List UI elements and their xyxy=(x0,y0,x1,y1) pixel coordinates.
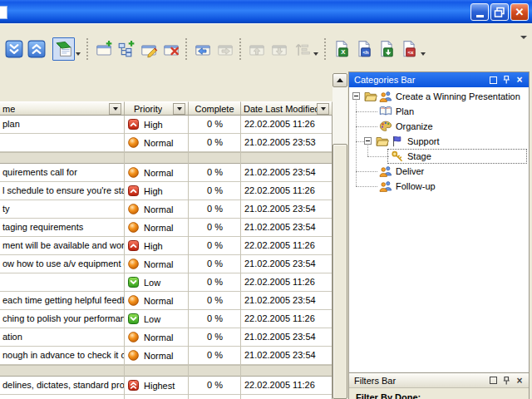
tree-item[interactable]: Support xyxy=(349,134,529,149)
export-html-button[interactable] xyxy=(352,37,375,61)
table-row[interactable]: ation Normal 0 % 21.02.2005 23:54 xyxy=(0,328,332,347)
panel-pin-button[interactable] xyxy=(500,74,512,86)
new-folder-button[interactable] xyxy=(92,37,115,61)
cell-complete: 0 % xyxy=(189,237,241,254)
tree-item[interactable]: Deliver xyxy=(349,164,529,179)
tree-item[interactable]: Stage xyxy=(349,149,529,164)
table-row[interactable]: ching to polish your performanc Low 0 % … xyxy=(0,310,332,328)
move-left-button[interactable] xyxy=(191,37,214,61)
tree-item[interactable]: Create a Winning Presentation xyxy=(349,89,529,104)
tree-item[interactable]: Follow-up xyxy=(349,179,529,194)
table-row[interactable]: l schedule to ensure you're stay High 0 … xyxy=(0,182,332,200)
export-file-button[interactable] xyxy=(375,37,397,61)
grid-header: me Priority Complete Date Last Modified xyxy=(0,101,332,116)
table-row[interactable]: taging requirements Normal 0 % 21.02.200… xyxy=(0,219,332,237)
table-row[interactable]: Low 0 % 22.02.2005 11:26 xyxy=(0,273,332,292)
edit-folder-button[interactable] xyxy=(137,37,160,61)
minimize-button[interactable] xyxy=(470,3,489,21)
cell-complete: 0 % xyxy=(189,347,241,364)
tree-connector xyxy=(356,171,377,172)
modified-filter-button[interactable] xyxy=(317,103,329,115)
panel-pin-button[interactable] xyxy=(500,375,512,387)
name-filter-button[interactable] xyxy=(109,103,121,115)
column-header-modified[interactable]: Date Last Modified xyxy=(241,101,332,116)
scrollbar-thumb[interactable] xyxy=(332,144,347,399)
sort-button[interactable] xyxy=(290,37,313,61)
cell-priority: High xyxy=(125,182,189,200)
categories-bar-caption[interactable]: Categories Bar × xyxy=(349,72,529,87)
column-header-name[interactable]: me xyxy=(0,101,125,116)
table-row[interactable]: each time getting helpful feedb Normal 0… xyxy=(0,292,332,310)
priority-label: Normal xyxy=(144,351,173,361)
export-dropdown[interactable] xyxy=(421,52,426,56)
panel-maximize-button[interactable] xyxy=(487,375,499,387)
cell-complete: 0 % xyxy=(189,273,241,291)
priority-icon xyxy=(128,185,139,196)
tree-connector xyxy=(367,156,389,157)
toolbar-overflow-chevron[interactable] xyxy=(520,36,527,39)
cell-priority: Normal xyxy=(125,328,189,346)
table-row[interactable]: ty Normal 0 % 21.02.2005 23:54 xyxy=(0,200,332,219)
collapse-all-button[interactable] xyxy=(2,37,25,61)
panel-close-button[interactable]: × xyxy=(514,375,525,387)
move-down-icon xyxy=(270,40,288,58)
panel-close-button[interactable]: × xyxy=(514,74,525,86)
notebook-view-dropdown[interactable] xyxy=(76,52,81,56)
expand-all-button[interactable] xyxy=(25,37,47,61)
cell-modified: 21.02.2005 23:54 xyxy=(241,219,332,236)
cell-priority: Normal xyxy=(125,134,189,151)
move-down-button[interactable] xyxy=(268,37,290,61)
cell-modified: 21.02.2005 23:53 xyxy=(241,134,332,151)
panel-title: Filters Bar xyxy=(354,376,485,386)
cell-modified: 21.02.2005 23:54 xyxy=(241,292,332,309)
table-row[interactable]: nough in advance to check it o Normal 0 … xyxy=(0,347,332,365)
grid-vertical-scrollbar[interactable] xyxy=(332,73,347,399)
table-row[interactable]: ow how to use a/v equipment o Normal 0 %… xyxy=(0,255,332,273)
table-row[interactable]: quirements call for Normal 0 % 21.02.200… xyxy=(0,164,332,182)
cell-complete: 0 % xyxy=(189,116,241,133)
export-xml-button[interactable] xyxy=(397,37,420,61)
tree-item-icon xyxy=(379,120,392,133)
scroll-up-button[interactable] xyxy=(332,73,347,87)
panel-title: Categories Bar xyxy=(354,75,485,85)
new-subfolder-button[interactable] xyxy=(115,37,137,61)
close-button[interactable]: ✕ xyxy=(510,3,529,21)
table-row[interactable]: plan High 0 % 22.02.2005 11:26 xyxy=(0,116,332,134)
delete-folder-button[interactable] xyxy=(160,37,182,61)
close-icon: × xyxy=(516,376,522,386)
column-header-priority[interactable]: Priority xyxy=(125,101,189,116)
tree-item-icon xyxy=(379,90,392,103)
panel-maximize-button[interactable] xyxy=(487,74,499,86)
restore-button[interactable] xyxy=(490,3,509,21)
app-icon xyxy=(0,6,7,19)
cell-name: ty xyxy=(0,200,125,218)
export-excel-button[interactable] xyxy=(330,37,352,61)
collapse-all-icon xyxy=(5,40,23,58)
group-separator-row[interactable] xyxy=(0,152,332,164)
priority-icon xyxy=(128,295,139,306)
table-row[interactable]: ment will be available and worki High 0 … xyxy=(0,237,332,255)
move-up-button[interactable] xyxy=(245,37,268,61)
cell-name xyxy=(0,273,125,291)
table-row[interactable]: Normal 0 % 21.02.2005 23:53 xyxy=(0,134,332,152)
move-right-button[interactable] xyxy=(214,37,236,61)
tree-item-icon xyxy=(379,165,392,178)
priority-icon xyxy=(128,259,139,269)
priority-filter-button[interactable] xyxy=(173,103,185,115)
cell-modified: 22.02.2005 11:26 xyxy=(241,273,332,291)
tree-expander[interactable] xyxy=(364,137,372,145)
sort-dropdown[interactable] xyxy=(313,52,318,56)
categories-bar-panel: Categories Bar × Create a Winning Presen… xyxy=(348,71,530,372)
filters-bar-caption[interactable]: Filters Bar × xyxy=(349,373,529,388)
table-row[interactable]: delines, dictates, standard proc Highest… xyxy=(0,377,332,395)
notebook-view-button[interactable] xyxy=(52,37,75,61)
tree-expander[interactable] xyxy=(352,92,360,100)
title-bar[interactable]: ✕ xyxy=(0,0,532,23)
tree-item[interactable]: Organize xyxy=(349,119,529,134)
tree-item[interactable]: Plan xyxy=(349,104,529,119)
cell-complete: 0 % xyxy=(189,134,241,151)
column-header-complete[interactable]: Complete xyxy=(189,101,241,116)
cell-priority: Normal xyxy=(125,219,189,236)
grid-column-line xyxy=(332,101,332,399)
group-separator-row[interactable] xyxy=(0,365,332,377)
